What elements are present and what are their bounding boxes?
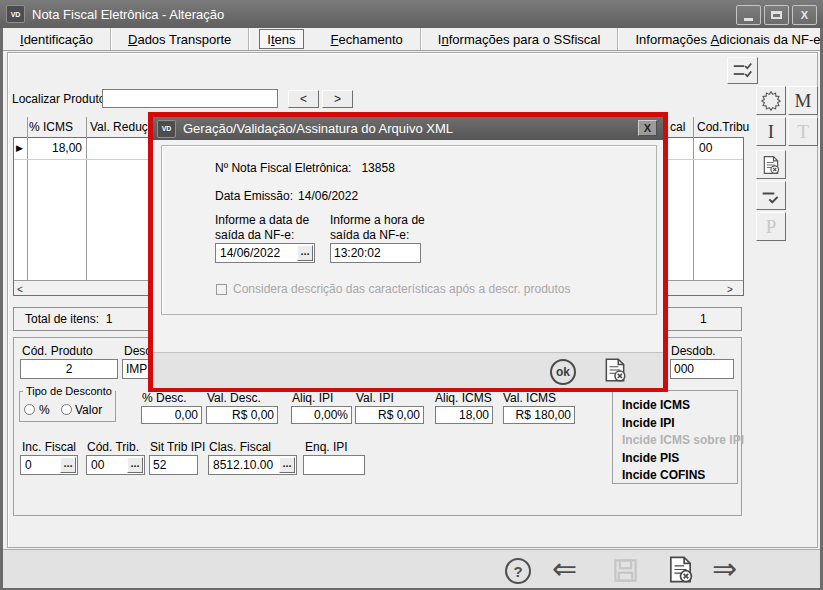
aliq-icms-input[interactable] <box>435 406 493 424</box>
help-button[interactable]: ? <box>505 558 531 584</box>
close-icon: X <box>644 122 651 134</box>
cancel-document-button[interactable] <box>756 150 786 179</box>
burst-button[interactable] <box>756 86 786 115</box>
dialog-body: Nº Nota Fiscal Eletrônica: 13858 Data Em… <box>153 140 663 387</box>
incide-cofins: Incide COFINS <box>613 467 737 485</box>
window-border-left <box>0 28 3 590</box>
emission-date-row: Data Emissão: 14/06/2022 <box>215 189 358 203</box>
val-ipi-input[interactable] <box>355 406 424 424</box>
tab-dados-transporte[interactable]: Dados Transporte <box>111 28 249 50</box>
check-line-button[interactable] <box>756 181 786 210</box>
double-check-list-icon <box>732 60 753 81</box>
tab-informacoes-adicionais[interactable]: Informações Adicionais da NF-e <box>618 28 823 50</box>
aliq-ipi-input[interactable] <box>291 406 352 424</box>
starburst-icon <box>760 90 782 112</box>
grid-header-reducao[interactable]: Val. Reduçã <box>90 121 154 134</box>
scroll-right-icon[interactable]: > <box>727 283 733 296</box>
tab-identificacao[interactable]: Identificação <box>3 28 111 50</box>
exit-date-combo[interactable]: 14/06/2022 ... <box>215 243 315 263</box>
incide-ipi: Incide IPI <box>613 415 737 433</box>
document-cancel-icon <box>602 357 628 383</box>
tab-informacoes-ssfiscal[interactable]: Informações para o SSfiscal <box>421 28 619 50</box>
incide-icms: Incide ICMS <box>613 397 737 415</box>
pct-desc-label: % Desc. <box>142 392 187 405</box>
search-prev-button[interactable]: < <box>288 90 319 108</box>
radio-desconto-percentual[interactable] <box>24 404 35 415</box>
i-button[interactable]: I <box>756 117 786 146</box>
tab-itens[interactable]: Itens <box>259 29 303 49</box>
cod-trib-label: Cód. Trib. <box>87 441 139 454</box>
tab-fechamento[interactable]: Fechamento <box>314 28 421 50</box>
help-icon: ? <box>513 563 522 580</box>
dialog-close-button[interactable]: X <box>638 120 657 136</box>
exit-date-ellipsis-button[interactable]: ... <box>297 245 313 261</box>
val-icms-input[interactable] <box>503 406 575 424</box>
minimize-button[interactable] <box>736 5 761 25</box>
cod-produto-label: Cód. Produto <box>22 345 93 358</box>
cod-produto-input[interactable] <box>20 359 118 379</box>
cancel-generation-button[interactable] <box>602 357 628 387</box>
grid-header-icms[interactable]: % ICMS <box>29 121 73 134</box>
cod-trib-combo[interactable]: 00 ... <box>86 455 145 475</box>
bottom-toolbar <box>3 549 820 588</box>
cod-trib-ellipsis-button[interactable]: ... <box>127 457 143 473</box>
radio-valor-label: Valor <box>75 404 102 417</box>
nfe-number-label: Nº Nota Fiscal Eletrônica: <box>215 161 351 175</box>
grid-vline <box>693 117 694 281</box>
dialog-footer: ok <box>153 352 663 388</box>
minimize-icon <box>744 18 753 21</box>
status-current-item: 1 <box>700 313 707 326</box>
pct-desc-input[interactable] <box>141 406 202 424</box>
clas-fiscal-ellipsis-button[interactable]: ... <box>279 457 295 473</box>
val-ipi-label: Val. IPI <box>356 392 394 405</box>
tipo-desconto-legend: Tipo de Desconto <box>23 385 115 397</box>
radio-desconto-valor[interactable] <box>61 404 72 415</box>
val-icms-label: Val. ICMS <box>503 392 556 405</box>
next-record-button[interactable]: ⇒ <box>712 554 737 584</box>
document-cancel-icon <box>761 155 781 175</box>
search-label: Localizar Produto <box>12 93 105 106</box>
maximize-button[interactable] <box>764 5 789 25</box>
previous-record-button[interactable]: ⇐ <box>552 554 577 584</box>
cancel-invoice-button[interactable] <box>666 555 695 588</box>
m-button[interactable]: M <box>788 86 818 115</box>
inc-fiscal-ellipsis-button[interactable]: ... <box>60 457 76 473</box>
clas-fiscal-combo[interactable]: 8512.10.00 ... <box>208 455 297 475</box>
dialog-titlebar: VD Geração/Validação/Assinatura do Arqui… <box>153 117 663 140</box>
app-window: VD Nota Fiscal Eletrônica - Alteração X … <box>0 0 823 590</box>
grid-cell-icms[interactable]: 18,00 <box>27 142 82 155</box>
enq-ipi-label: Enq. IPI <box>305 441 348 454</box>
grid-cell-codtribu[interactable]: 00 <box>699 142 712 155</box>
inc-fiscal-combo[interactable]: 0 ... <box>20 455 78 475</box>
nfe-number-row: Nº Nota Fiscal Eletrônica: 13858 <box>215 161 395 175</box>
dialog-title: Geração/Validação/Assinatura do Arquivo … <box>183 121 453 136</box>
emission-date-label: Data Emissão: <box>215 189 293 203</box>
search-next-button[interactable]: > <box>322 90 353 108</box>
search-input[interactable] <box>102 89 278 108</box>
validate-items-button[interactable] <box>727 57 758 84</box>
scroll-left-icon[interactable]: < <box>17 283 23 296</box>
enq-ipi-input[interactable] <box>303 455 365 475</box>
desdob-input[interactable] <box>670 359 734 379</box>
status-total-items: Total de itens: 1 <box>25 313 112 326</box>
grid-header-partial[interactable]: cal <box>670 121 685 134</box>
aliq-icms-label: Aliq. ICMS <box>435 392 492 405</box>
close-button[interactable]: X <box>792 5 817 25</box>
characteristics-checkbox-disabled <box>216 284 227 295</box>
sit-trib-ipi-label: Sit Trib IPI <box>150 441 205 454</box>
tab-bar: Identificação Dados Transporte Itens Fec… <box>3 28 820 51</box>
val-desc-input[interactable] <box>206 406 278 424</box>
exit-time-input[interactable] <box>330 243 421 263</box>
grid-header-codtribu[interactable]: Cod.Tribu <box>697 121 749 134</box>
ok-button[interactable]: ok <box>550 359 576 385</box>
aliq-ipi-label: Aliq. IPI <box>292 392 333 405</box>
forward-arrow-icon: ⇒ <box>712 552 737 585</box>
characteristics-checkbox-label: Considera descrição das características … <box>233 283 571 296</box>
document-cancel-icon <box>666 555 695 584</box>
sit-trib-ipi-input[interactable] <box>149 455 198 475</box>
exit-date-label: Informe a data de saída da NF-e: <box>215 213 309 243</box>
clas-fiscal-label: Clas. Fiscal <box>209 441 271 454</box>
val-desc-label: Val. Desc. <box>207 392 261 405</box>
grid-vline <box>86 117 87 281</box>
window-titlebar: VD Nota Fiscal Eletrônica - Alteração X <box>0 0 823 28</box>
